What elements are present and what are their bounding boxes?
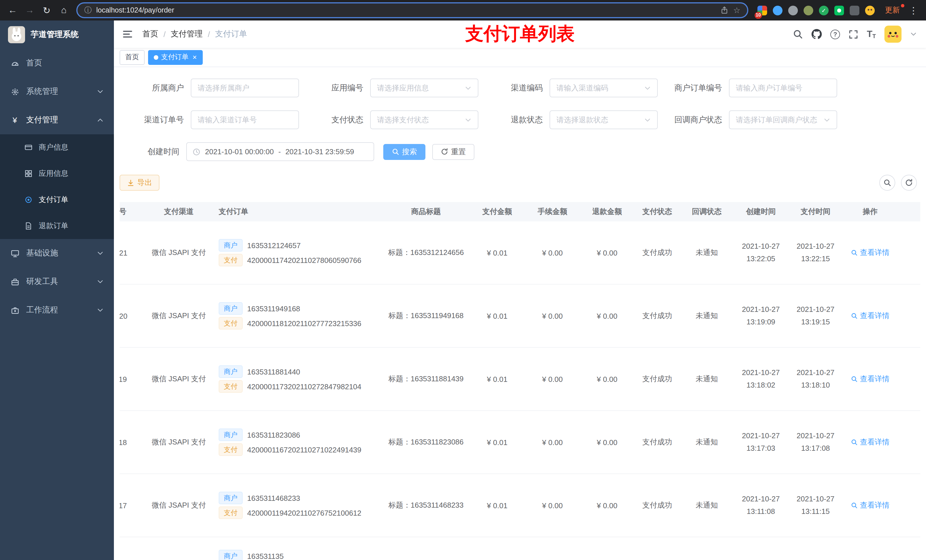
forward-icon[interactable]: → [22, 2, 38, 18]
browser-menu-icon[interactable]: ⋮ [905, 2, 921, 18]
filter-label: 支付状态 [299, 115, 370, 125]
sidebar-item-refund-order[interactable]: 退款订单 [0, 213, 114, 239]
pay-tag: 支付 [219, 507, 243, 519]
filter-label: 退款状态 [478, 115, 549, 125]
extension-icon-emoji[interactable] [865, 5, 875, 15]
channel-code-select[interactable]: 请输入渠道编码 [549, 78, 658, 97]
channel-order-no-input[interactable] [191, 110, 299, 129]
help-icon[interactable]: ? [830, 29, 840, 39]
sidebar-item-label: 应用信息 [39, 169, 68, 179]
user-avatar[interactable] [884, 26, 902, 43]
update-button[interactable]: 更新 [881, 3, 904, 18]
chevron-down-icon [465, 85, 472, 91]
cell-order: 商户 1635311468233 支付 42000011942021102767… [219, 489, 383, 521]
extension-icon-drop[interactable] [773, 5, 782, 15]
merchant-filter-input[interactable] [191, 78, 299, 97]
reload-icon[interactable]: ↻ [39, 2, 54, 18]
cell-fee: ¥ 0.00 [525, 438, 580, 447]
clock-icon [192, 148, 200, 155]
extension-icon-puzzle[interactable] [850, 5, 859, 15]
cell-order: 商户 1635311949168 支付 42000011812021102777… [219, 300, 383, 332]
search-icon[interactable] [793, 29, 803, 39]
hamburger-icon[interactable] [123, 31, 133, 38]
extension-badge: 10 [755, 12, 762, 18]
extension-icon-olive[interactable] [803, 5, 813, 15]
extension-icon-chat[interactable] [834, 5, 844, 15]
sidebar-item-dev-tools[interactable]: 研发工具 [0, 267, 114, 296]
app-no-select[interactable]: 请选择应用信息 [370, 78, 478, 97]
cell-notify: 未通知 [680, 311, 734, 321]
date-start[interactable]: 2021-10-01 00:00:00 [205, 147, 274, 156]
font-size-icon[interactable]: TT [867, 29, 876, 39]
sidebar-item-workflow[interactable]: 工作流程 [0, 296, 114, 325]
tab-home[interactable]: 首页 [120, 50, 145, 65]
view-detail-link[interactable]: 查看详情 [851, 248, 890, 258]
breadcrumb-current: 支付订单 [215, 29, 247, 39]
sidebar-item-payment[interactable]: ¥ 支付管理 [0, 106, 114, 134]
cell-status: 支付成功 [634, 248, 680, 258]
back-icon[interactable]: ← [5, 2, 21, 18]
toggle-search-icon[interactable] [879, 175, 895, 191]
avatar-image [884, 26, 902, 43]
merchant-tag: 商户 [219, 492, 243, 504]
close-icon[interactable]: × [192, 53, 197, 62]
sidebar-item-app-info[interactable]: 应用信息 [0, 160, 114, 187]
sidebar-item-infrastructure[interactable]: 基础设施 [0, 239, 114, 267]
create-time-range-picker[interactable]: 2021-10-01 00:00:00 - 2021-10-31 23:59:5… [186, 142, 374, 161]
sidebar-item-system[interactable]: 系统管理 [0, 77, 114, 106]
reset-button[interactable]: 重置 [432, 144, 474, 160]
monitor-icon [10, 249, 20, 258]
refund-status-select[interactable]: 请选择退款状态 [549, 110, 658, 129]
cell-fee: ¥ 0.00 [525, 312, 580, 320]
fullscreen-icon[interactable] [849, 29, 858, 39]
chevron-down-icon[interactable] [910, 31, 917, 38]
notification-dot [901, 4, 904, 8]
breadcrumb-section[interactable]: 支付管理 [171, 29, 203, 39]
sidebar-item-label: 研发工具 [26, 276, 58, 287]
navbar-actions: ? TT [793, 26, 917, 43]
view-detail-link[interactable]: 查看详情 [851, 500, 890, 510]
view-detail-link[interactable]: 查看详情 [851, 437, 890, 447]
site-info-icon[interactable]: ⓘ [84, 5, 92, 15]
search-button[interactable]: 搜索 [383, 144, 425, 160]
address-bar[interactable]: ⓘ localhost:1024/pay/order ☆ [76, 2, 748, 18]
date-separator: - [278, 147, 281, 156]
cell-paid: 2021-10-2713:22:15 [788, 240, 843, 265]
merchant-order-no-input[interactable] [729, 78, 837, 97]
extension-icon-colorful[interactable]: 10 [757, 5, 767, 15]
share-icon[interactable] [721, 6, 729, 14]
breadcrumb-home[interactable]: 首页 [142, 29, 158, 39]
sidebar-item-pay-order[interactable]: 支付订单 [0, 187, 114, 213]
pay-status-select[interactable]: 请选择支付状态 [370, 110, 478, 129]
cell-fee: ¥ 0.00 [525, 248, 580, 257]
filter-label: 回调商户状态 [658, 115, 729, 125]
sidebar-item-home[interactable]: 首页 [0, 49, 114, 77]
table-toolbar: 导出 [120, 175, 920, 191]
page-content: 所属商户 应用编号 请选择应用信息 渠道编码 [114, 67, 926, 560]
pay-tag: 支付 [219, 317, 243, 329]
home-icon[interactable]: ⌂ [56, 2, 72, 18]
view-detail-link[interactable]: 查看详情 [851, 374, 890, 384]
app-logo[interactable]: 芋道管理系统 [0, 21, 114, 49]
cell-id: 119 [120, 375, 139, 383]
logo-image [8, 26, 25, 43]
extension-icon-check[interactable]: ✓ [819, 5, 829, 15]
view-detail-link[interactable]: 查看详情 [851, 311, 890, 321]
refresh-icon[interactable] [901, 175, 917, 191]
cell-amount: ¥ 0.01 [469, 375, 525, 383]
extension-icon-gray[interactable] [788, 5, 798, 15]
bookmark-star-icon[interactable]: ☆ [733, 6, 740, 15]
tab-pay-order[interactable]: 支付订单 × [148, 50, 203, 65]
cell-paid: 2021-10-2713:17:08 [788, 430, 843, 455]
table-row: 120 微信 JSAPI 支付 商户 1635311949168 支付 [120, 285, 920, 348]
export-button[interactable]: 导出 [120, 175, 159, 191]
sidebar-item-merchant-info[interactable]: 商户信息 [0, 134, 114, 160]
cell-order: 商户 1635311823086 支付 42000011672021102710… [219, 426, 383, 458]
cell-amount: ¥ 0.01 [469, 438, 525, 447]
notify-status-select[interactable]: 请选择订单回调商户状态 [729, 110, 837, 129]
cell-id: 117 [120, 501, 139, 510]
cell-title: 标题：1635311823086 [383, 437, 469, 447]
github-icon[interactable] [811, 29, 822, 39]
cell-refund: ¥ 0.00 [580, 248, 634, 257]
date-end[interactable]: 2021-10-31 23:59:59 [285, 147, 354, 156]
